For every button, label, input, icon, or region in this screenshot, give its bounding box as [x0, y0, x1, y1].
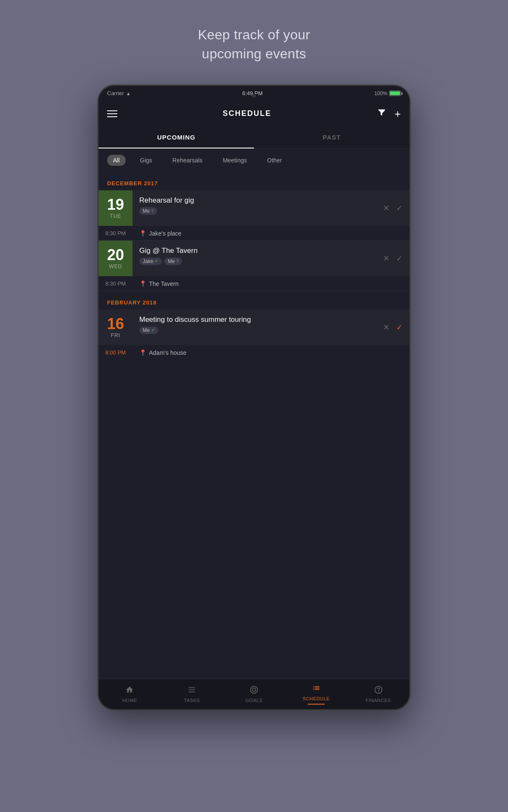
svg-point-2 — [254, 689, 254, 690]
date-number-19: 19 — [107, 197, 124, 212]
decline-button-1[interactable]: ✕ — [383, 203, 389, 213]
home-icon — [125, 686, 134, 696]
time-event-2: 8:30 PM — [99, 280, 133, 287]
event-attendees-1: Me ? — [139, 207, 370, 215]
tablet-screen: Carrier ▲ 6:49 PM 100% SCHEDU — [99, 86, 409, 709]
nav-goals-label: GOALS — [246, 698, 262, 703]
attendee-jake-label: Jake — [143, 258, 153, 264]
location-pin-icon-3: 📍 — [139, 349, 146, 356]
date-number-20: 20 — [107, 247, 124, 263]
time-event-1: 8:30 PM — [99, 230, 133, 236]
top-nav: SCHEDULE + — [99, 101, 409, 126]
nav-schedule[interactable]: SCHEDULE — [285, 684, 347, 705]
add-button[interactable]: + — [395, 108, 401, 119]
time-event-3: 8:00 PM — [99, 349, 133, 356]
attendee-me-1-label: Me — [143, 208, 150, 214]
accept-button-3[interactable]: ✓ — [396, 323, 403, 332]
accept-button-1[interactable]: ✓ — [396, 203, 403, 213]
location-event-1: 📍 Jake's place — [133, 230, 182, 237]
filter-button[interactable] — [377, 108, 386, 119]
question-icon-1: ? — [151, 208, 154, 214]
check-icon-me-3: ✓ — [151, 327, 155, 333]
svg-point-3 — [375, 686, 382, 693]
chip-other[interactable]: Other — [261, 155, 288, 166]
event-attendees-3: Me ✓ — [139, 326, 370, 334]
tab-past[interactable]: PAST — [254, 126, 409, 148]
date-day-fri: FRI — [111, 332, 120, 338]
date-block-20: 20 WED — [99, 241, 133, 276]
attendee-jake: Jake ✓ — [139, 258, 162, 265]
attendee-me-2: Me ? — [164, 258, 182, 265]
chip-all[interactable]: All — [107, 155, 126, 166]
battery-info: 100% — [374, 91, 401, 96]
attendee-me-3-label: Me — [143, 327, 150, 333]
bottom-nav: HOME TASKS — [99, 679, 409, 709]
location-row-3: 8:00 PM 📍 Adam's house — [99, 346, 409, 359]
battery-fill — [390, 91, 400, 95]
location-event-2: 📍 The Tavern — [133, 280, 179, 287]
chip-gigs[interactable]: Gigs — [134, 155, 158, 166]
event-title-2: Gig @ The Tavern — [139, 247, 370, 255]
page-title: SCHEDULE — [223, 109, 271, 118]
check-icon-jake: ✓ — [155, 258, 158, 264]
decline-button-2[interactable]: ✕ — [383, 254, 389, 263]
attendee-me-3: Me ✓ — [139, 326, 158, 334]
date-block-19: 19 TUE — [99, 190, 133, 226]
nav-tasks-label: TASKS — [184, 698, 200, 703]
nav-goals[interactable]: GOALS — [223, 686, 285, 703]
location-text-3: Adam's house — [149, 349, 186, 356]
date-day-tue: TUE — [110, 213, 121, 219]
event-content-3: Meeting to discuss summer touring Me ✓ — [133, 310, 376, 345]
tablet-frame: Carrier ▲ 6:49 PM 100% SCHEDU — [97, 85, 411, 710]
event-attendees-2: Jake ✓ Me ? — [139, 258, 370, 265]
event-content-1: Rehearsal for gig Me ? — [133, 190, 376, 226]
hamburger-line-2 — [107, 113, 117, 114]
page-background: Keep track of your upcoming events Carri… — [0, 0, 508, 812]
nav-tasks[interactable]: TASKS — [161, 686, 223, 703]
event-actions-1: ✕ ✓ — [376, 203, 409, 213]
location-pin-icon-1: 📍 — [139, 230, 146, 237]
location-row-1: 8:30 PM 📍 Jake's place — [99, 227, 409, 240]
event-rehearsal-for-gig[interactable]: 19 TUE Rehearsal for gig Me ? ✕ — [99, 190, 409, 226]
tab-upcoming-label: UPCOMING — [157, 134, 196, 141]
menu-button[interactable] — [107, 110, 117, 117]
tagline: Keep track of your upcoming events — [198, 25, 310, 63]
schedule-active-indicator — [308, 704, 325, 705]
decline-button-3[interactable]: ✕ — [383, 323, 389, 332]
event-meeting[interactable]: 16 FRI Meeting to discuss summer touring… — [99, 310, 409, 345]
event-title-3: Meeting to discuss summer touring — [139, 315, 370, 324]
location-row-2: 8:30 PM 📍 The Tavern — [99, 277, 409, 291]
attendee-me-1: Me ? — [139, 207, 157, 215]
event-title-1: Rehearsal for gig — [139, 196, 370, 205]
chip-meetings[interactable]: Meetings — [217, 155, 253, 166]
attendee-me-2-label: Me — [168, 258, 175, 264]
date-block-16: 16 FRI — [99, 310, 133, 345]
event-actions-3: ✕ ✓ — [376, 323, 409, 332]
content-area[interactable]: DECEMBER 2017 19 TUE Rehearsal for gig M… — [99, 172, 409, 679]
goals-icon — [250, 686, 258, 696]
month-section-december: DECEMBER 2017 — [99, 172, 409, 190]
tabs-container: UPCOMING PAST — [99, 126, 409, 149]
carrier-info: Carrier ▲ — [107, 90, 131, 96]
hamburger-line-1 — [107, 110, 117, 111]
location-text-1: Jake's place — [149, 230, 182, 237]
carrier-label: Carrier — [107, 90, 124, 96]
nav-finances[interactable]: FINANCES — [347, 686, 409, 703]
month-section-february: FEBRUARY 2018 — [99, 291, 409, 310]
nav-home[interactable]: HOME — [99, 686, 161, 703]
chip-rehearsals[interactable]: Rehearsals — [166, 155, 208, 166]
filter-chips: All Gigs Rehearsals Meetings Other — [99, 149, 409, 172]
tasks-icon — [188, 686, 196, 696]
tab-past-label: PAST — [323, 134, 341, 141]
date-number-16: 16 — [107, 316, 124, 332]
month-label-december: DECEMBER 2017 — [107, 180, 158, 187]
event-actions-2: ✕ ✓ — [376, 254, 409, 263]
camera — [252, 93, 256, 98]
date-day-wed: WED — [109, 263, 122, 269]
accept-button-2[interactable]: ✓ — [396, 254, 403, 263]
tab-upcoming[interactable]: UPCOMING — [99, 126, 254, 148]
event-content-2: Gig @ The Tavern Jake ✓ Me ? — [133, 241, 376, 276]
nav-home-label: HOME — [122, 698, 137, 703]
question-icon-2: ? — [176, 259, 179, 264]
event-gig-tavern[interactable]: 20 WED Gig @ The Tavern Jake ✓ Me — [99, 241, 409, 276]
